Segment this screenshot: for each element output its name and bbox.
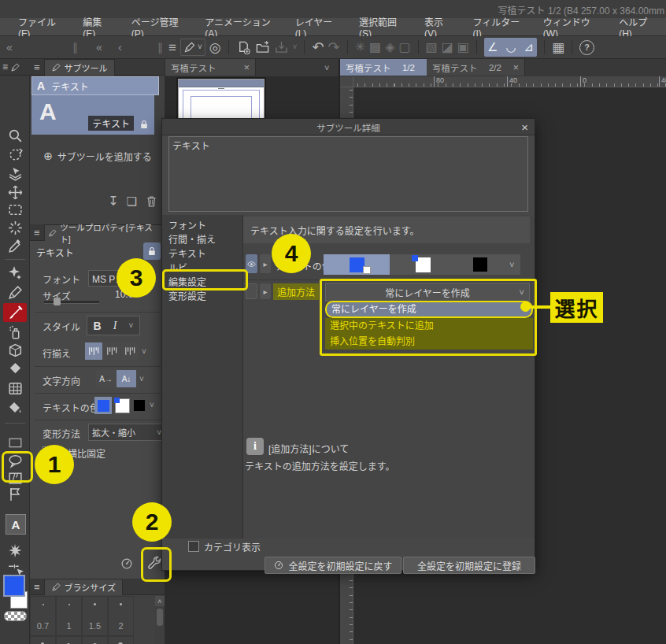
- color-option-sub[interactable]: [390, 254, 456, 275]
- save-chevron-icon[interactable]: ˅: [293, 43, 298, 51]
- menu-view[interactable]: 表示(V): [414, 15, 463, 39]
- add-subtool-button[interactable]: ⊕ サブツールを追加する: [30, 147, 165, 165]
- subtool-panel-menu-icon[interactable]: ≡: [34, 62, 40, 72]
- text-tool[interactable]: A: [6, 514, 26, 535]
- eyedropper-tool[interactable]: [6, 237, 24, 254]
- save-icon[interactable]: [274, 40, 289, 55]
- command-menu-icon[interactable]: ≡: [168, 41, 176, 54]
- brush-size-cell[interactable]: 1: [56, 596, 82, 636]
- snap-special-ruler-icon[interactable]: ◡: [505, 40, 516, 54]
- snap-grid-icon[interactable]: ⊿: [524, 40, 535, 54]
- collapse-toolbar-icon[interactable]: «: [6, 42, 13, 53]
- selection-tool[interactable]: [6, 201, 24, 218]
- category-font[interactable]: フォント: [162, 219, 242, 233]
- align-top-button[interactable]: [85, 342, 102, 360]
- addmethod-eye-toggle[interactable]: [246, 283, 257, 299]
- move-layer-tool[interactable]: [6, 183, 24, 201]
- panel-handle-icon[interactable]: ∥: [72, 42, 78, 53]
- canvas-tab-2[interactable]: 写植テスト 2/2 ×: [427, 59, 525, 76]
- align-center-button[interactable]: [103, 342, 120, 360]
- clear-icon[interactable]: ✳: [355, 41, 365, 54]
- menu-animation[interactable]: アニメーション(A): [194, 15, 284, 39]
- current-tool-button[interactable]: ˅: [180, 39, 205, 56]
- direction-horizontal-button[interactable]: A→: [96, 370, 116, 387]
- menu-edit[interactable]: 編集(E): [72, 15, 121, 39]
- transform-dropdown[interactable]: 拡大・縮小 ˅: [88, 424, 165, 441]
- category-display-checkbox[interactable]: [188, 541, 199, 552]
- color-option-black[interactable]: [456, 254, 505, 275]
- frame-border-tool[interactable]: [6, 469, 24, 487]
- redo-icon[interactable]: ↷: [328, 40, 340, 54]
- brush-size-cell[interactable]: [56, 636, 82, 644]
- fill-tool[interactable]: [6, 399, 24, 416]
- menu-filter[interactable]: フィルター(I): [462, 15, 532, 39]
- menu-selection[interactable]: 選択範囲(S): [349, 15, 414, 39]
- flag-tool[interactable]: [6, 486, 24, 503]
- toolprop-tab[interactable]: ツールプロパティ[テキスト]: [44, 224, 165, 241]
- fill-enclosed-icon[interactable]: ◈: [385, 41, 394, 54]
- brush-size-cell[interactable]: 2.5: [30, 636, 56, 644]
- text-color-chevron-icon[interactable]: ˅: [150, 401, 154, 409]
- reset-settings-icon[interactable]: [120, 557, 134, 571]
- menu-help[interactable]: ヘルプ(H): [609, 15, 666, 39]
- rotate-canvas-tool[interactable]: [6, 146, 24, 163]
- delete-subtool-icon[interactable]: [145, 194, 158, 208]
- style-chevron-icon[interactable]: ˅: [129, 321, 134, 330]
- import-subtool-icon[interactable]: ↧: [108, 195, 118, 208]
- new-document-icon[interactable]: [236, 40, 251, 55]
- direction-vertical-button[interactable]: A↓: [117, 370, 136, 387]
- clip-studio-logo-icon[interactable]: ◎: [209, 41, 221, 54]
- balloon-tool[interactable]: [6, 452, 24, 469]
- category-transform-settings[interactable]: 変形設定: [162, 290, 242, 304]
- canvas-tab-1[interactable]: 写植テスト 1/2 ×: [340, 59, 438, 76]
- text-color-sub-swatch[interactable]: [115, 398, 130, 413]
- snap-ruler-icon[interactable]: ∠: [487, 40, 498, 54]
- open-file-icon[interactable]: [255, 40, 270, 55]
- gradient-tool[interactable]: [6, 434, 24, 451]
- undo-icon[interactable]: ↶: [312, 40, 324, 54]
- menu-page[interactable]: ページ管理(P): [121, 15, 194, 39]
- transparent-color-swatch[interactable]: [4, 611, 27, 621]
- brush-size-cell[interactable]: [82, 636, 108, 644]
- bold-button[interactable]: B: [94, 320, 102, 332]
- page-manager-tab[interactable]: 写植テスト ×: [165, 59, 256, 76]
- subtool-tab[interactable]: サブツール: [44, 59, 115, 76]
- collapse-panel-icon[interactable]: «: [96, 42, 102, 53]
- menu-file[interactable]: ファイル(F): [8, 15, 72, 39]
- category-edit-settings[interactable]: 編集設定: [162, 276, 242, 290]
- foreground-color-swatch[interactable]: [3, 575, 25, 597]
- tool-strip-menu-icon[interactable]: ≡: [2, 62, 8, 72]
- page-manager-chevron-icon[interactable]: ˅: [324, 63, 329, 72]
- brush-size-scrollbar[interactable]: ˄: [155, 596, 165, 644]
- brush-size-cell[interactable]: 0.7: [30, 596, 56, 636]
- color-row-expand-button[interactable]: ▸: [260, 254, 271, 273]
- canvas-tab2-close-icon[interactable]: ×: [512, 61, 519, 73]
- blend-tool[interactable]: [6, 342, 24, 359]
- deco-pen-tool[interactable]: [6, 264, 24, 281]
- color-row-eye-button[interactable]: [246, 254, 257, 273]
- reset-all-settings-button[interactable]: 全設定を初期設定に戻す: [265, 557, 401, 574]
- brushsize-panel-menu-icon[interactable]: ≡: [34, 582, 40, 592]
- duplicate-subtool-icon[interactable]: ❏: [127, 195, 137, 207]
- category-line-spacing[interactable]: 行間・揃え: [162, 233, 242, 247]
- collapse-panel2-icon[interactable]: ‹: [118, 42, 122, 53]
- menu-layer[interactable]: レイヤー(L): [285, 15, 349, 39]
- airbrush-tool[interactable]: [6, 324, 24, 341]
- selection-border-icon[interactable]: ▣: [457, 41, 469, 54]
- category-text[interactable]: テキスト: [162, 247, 242, 261]
- size-slider-track[interactable]: [44, 301, 99, 304]
- direction-chevron-icon[interactable]: ˅: [139, 375, 144, 383]
- italic-button[interactable]: I: [113, 320, 117, 332]
- dialog-titlebar[interactable]: サブツール詳細 ×: [162, 119, 535, 135]
- pen-tool[interactable]: [6, 283, 24, 301]
- category-ruby[interactable]: ルビ: [162, 261, 242, 276]
- toolprop-lock-button[interactable]: [143, 242, 161, 260]
- figure-tool[interactable]: [6, 379, 24, 397]
- menu-window[interactable]: ウィンドウ(W): [533, 15, 609, 39]
- register-all-settings-button[interactable]: 全設定を初期設定に登録: [403, 557, 535, 574]
- color-dropdown-chevron-icon[interactable]: ˅: [509, 260, 514, 269]
- toolprop-panel-menu-icon[interactable]: ≡: [34, 228, 40, 238]
- invert-selection-icon[interactable]: ◪: [442, 41, 453, 54]
- help-icon[interactable]: ?: [579, 40, 594, 55]
- dropdown-option-auto-detect[interactable]: 挿入位置を自動判別: [325, 334, 533, 350]
